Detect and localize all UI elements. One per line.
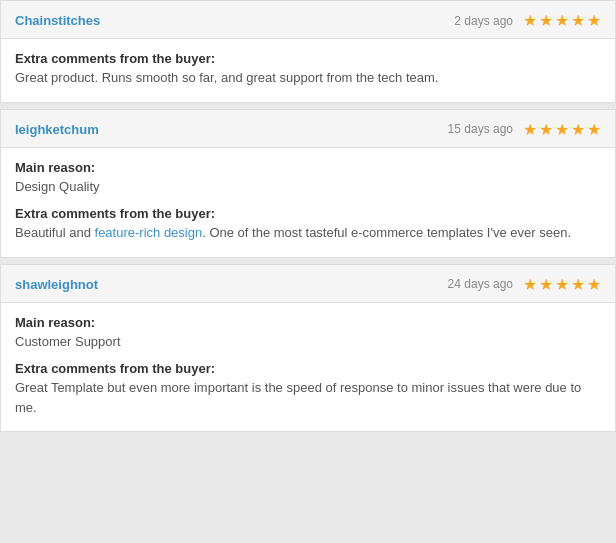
star-icon: ★ xyxy=(587,120,601,139)
extra-comments-label: Extra comments from the buyer: xyxy=(15,361,601,376)
star-icon: ★ xyxy=(539,120,553,139)
review-meta: 2 days ago★★★★★ xyxy=(454,11,601,30)
review-card: shawleighnot24 days ago★★★★★Main reason:… xyxy=(0,264,616,433)
review-date: 24 days ago xyxy=(448,277,513,291)
extra-comments-text: Beautiful and feature-rich design. One o… xyxy=(15,223,601,243)
review-meta: 15 days ago★★★★★ xyxy=(448,120,601,139)
star-icon: ★ xyxy=(555,120,569,139)
extra-comments-text: Great Template but even more important i… xyxy=(15,378,601,417)
star-rating: ★★★★★ xyxy=(523,120,601,139)
main-reason-text: Design Quality xyxy=(15,177,601,197)
reviewer-name[interactable]: leighketchum xyxy=(15,122,99,137)
star-icon: ★ xyxy=(587,11,601,30)
main-reason-section: Main reason:Design Quality xyxy=(15,160,601,197)
extra-comments-label: Extra comments from the buyer: xyxy=(15,51,601,66)
review-card: leighketchum15 days ago★★★★★Main reason:… xyxy=(0,109,616,258)
review-body: Main reason:Customer SupportExtra commen… xyxy=(1,303,615,432)
extra-comments-text: Great product. Runs smooth so far, and g… xyxy=(15,68,601,88)
star-icon: ★ xyxy=(523,11,537,30)
star-icon: ★ xyxy=(571,11,585,30)
main-reason-section: Main reason:Customer Support xyxy=(15,315,601,352)
review-body: Extra comments from the buyer:Great prod… xyxy=(1,39,615,102)
review-date: 2 days ago xyxy=(454,14,513,28)
star-icon: ★ xyxy=(539,275,553,294)
extra-comments-section: Extra comments from the buyer:Great prod… xyxy=(15,51,601,88)
review-body: Main reason:Design QualityExtra comments… xyxy=(1,148,615,257)
extra-comments-label: Extra comments from the buyer: xyxy=(15,206,601,221)
star-icon: ★ xyxy=(587,275,601,294)
review-date: 15 days ago xyxy=(448,122,513,136)
star-rating: ★★★★★ xyxy=(523,275,601,294)
star-icon: ★ xyxy=(523,120,537,139)
reviewer-name[interactable]: Chainstitches xyxy=(15,13,100,28)
link-text: feature-rich design xyxy=(95,225,203,240)
main-reason-label: Main reason: xyxy=(15,160,601,175)
star-icon: ★ xyxy=(539,11,553,30)
review-card: Chainstitches2 days ago★★★★★Extra commen… xyxy=(0,0,616,103)
main-reason-label: Main reason: xyxy=(15,315,601,330)
star-icon: ★ xyxy=(571,275,585,294)
extra-comments-section: Extra comments from the buyer:Beautiful … xyxy=(15,206,601,243)
review-header: shawleighnot24 days ago★★★★★ xyxy=(1,265,615,303)
review-header: Chainstitches2 days ago★★★★★ xyxy=(1,1,615,39)
star-icon: ★ xyxy=(571,120,585,139)
star-rating: ★★★★★ xyxy=(523,11,601,30)
extra-comments-section: Extra comments from the buyer:Great Temp… xyxy=(15,361,601,417)
review-header: leighketchum15 days ago★★★★★ xyxy=(1,110,615,148)
main-reason-text: Customer Support xyxy=(15,332,601,352)
reviewer-name[interactable]: shawleighnot xyxy=(15,277,98,292)
star-icon: ★ xyxy=(523,275,537,294)
star-icon: ★ xyxy=(555,11,569,30)
review-meta: 24 days ago★★★★★ xyxy=(448,275,601,294)
star-icon: ★ xyxy=(555,275,569,294)
